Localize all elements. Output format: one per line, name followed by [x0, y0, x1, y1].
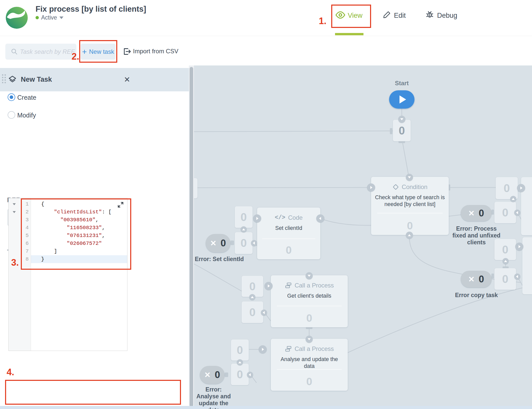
annotation-label-1: 1.: [319, 16, 326, 26]
task-count: 0: [257, 244, 320, 256]
task-count: 0: [271, 376, 348, 388]
tab-edit[interactable]: Edit: [394, 12, 406, 20]
error-label: Error: Process fixed and unfixed clients: [451, 225, 502, 246]
connector-right-icon: [259, 345, 267, 353]
connector-down-icon: [306, 272, 313, 279]
error-label: Error copy task: [451, 292, 502, 299]
call-process-icon: [285, 345, 292, 352]
page-title: Fix process [by list of clients]: [36, 5, 146, 14]
partial-node: [522, 237, 532, 294]
pencil-icon: [383, 11, 391, 20]
status-label: Active: [41, 14, 57, 21]
radio-create[interactable]: [8, 93, 15, 101]
annotation-box-4: [5, 380, 181, 405]
node-type: Condition: [371, 183, 449, 191]
diamond-icon: [392, 184, 399, 190]
queue-node[interactable]: 0: [393, 120, 411, 141]
call-process-node[interactable]: Call a Process Get client's details 0: [271, 275, 348, 327]
process-status-dropdown[interactable]: Active: [36, 14, 63, 21]
error-node[interactable]: 0: [206, 234, 230, 252]
queue-node[interactable]: 0: [242, 301, 263, 323]
call-process-icon: [285, 282, 292, 289]
code-node[interactable]: </> Code Set clientId 0: [257, 208, 320, 259]
start-label: Start: [389, 80, 414, 87]
panel-scrollbar[interactable]: [189, 65, 194, 409]
error-node[interactable]: 0: [461, 205, 492, 221]
queue-node[interactable]: 0: [494, 268, 516, 290]
radio-create-label: Create: [17, 94, 36, 101]
connector-up-icon: [237, 359, 243, 365]
start-node[interactable]: [389, 90, 414, 109]
connector-up-icon: [503, 258, 509, 264]
fold-arrow-icon[interactable]: [13, 211, 16, 213]
status-dot-icon: [36, 16, 39, 19]
connector-left-icon: [261, 310, 267, 316]
x-icon: [468, 209, 475, 218]
x-icon: [468, 275, 475, 284]
task-search: [5, 44, 76, 60]
radio-modify[interactable]: [8, 111, 15, 119]
error-label: Error: Analyse and update the data: [194, 386, 233, 409]
connector-up-icon: [241, 226, 247, 232]
partial-node: [194, 178, 197, 198]
tab-debug[interactable]: Debug: [437, 12, 457, 20]
connector-down-icon: [306, 336, 313, 343]
code-icon: </>: [275, 214, 285, 221]
annotation-label-4: 4.: [7, 367, 14, 378]
call-process-node[interactable]: Call a Process Analyse and update the da…: [271, 339, 348, 391]
connector-right-icon: [515, 243, 523, 251]
import-from-csv-button[interactable]: Import from CSV: [133, 48, 178, 55]
close-icon[interactable]: ✕: [124, 75, 130, 84]
app-logo-icon[interactable]: [5, 6, 28, 30]
node-type: </> Code: [257, 214, 320, 221]
queue-node[interactable]: 0: [235, 206, 253, 228]
connector-up-icon: [510, 196, 516, 202]
node-title: Check what type of search is needed [by …: [375, 194, 445, 208]
error-node[interactable]: 0: [200, 366, 225, 384]
task-count: 0: [371, 220, 449, 232]
radio-modify-label: Modify: [17, 112, 36, 119]
node-type: Call a Process: [271, 345, 348, 352]
error-node[interactable]: 0: [461, 271, 492, 287]
panel-header: New Task ✕: [0, 68, 189, 91]
queue-node[interactable]: 0: [231, 339, 249, 361]
app-header: Fix process [by list of clients] Active …: [0, 0, 532, 36]
process-canvas[interactable]: Start 0 Condition Check what type of sea…: [194, 65, 532, 409]
connector-left-icon: [514, 274, 520, 280]
connector-right-icon: [517, 184, 525, 192]
queue-node[interactable]: 0: [496, 177, 518, 199]
chevron-down-icon: [59, 16, 63, 19]
connector-down-icon: [406, 174, 413, 181]
queue-node[interactable]: 0: [235, 232, 253, 254]
queue-node[interactable]: 0: [494, 239, 516, 260]
bug-icon: [425, 10, 434, 20]
connector-up-icon: [249, 294, 255, 300]
x-icon: [210, 239, 217, 248]
queue-node[interactable]: 0: [242, 276, 263, 297]
node-title: Get client's details: [275, 293, 344, 299]
connector-down-icon: [398, 116, 405, 123]
annotation-label-2: 2.: [72, 51, 79, 62]
connector-right-icon: [264, 282, 273, 290]
connector-left-icon: [514, 210, 520, 216]
active-tab-underline: [335, 33, 363, 35]
search-input[interactable]: [5, 44, 76, 60]
app-window: Fix process [by list of clients] Active …: [0, 0, 532, 409]
panel-title: New Task: [21, 76, 52, 83]
connector-up-icon: [406, 232, 413, 239]
queue-node[interactable]: 0: [231, 364, 249, 385]
annotation-box-3: [21, 198, 131, 270]
node-type: Call a Process: [271, 282, 348, 289]
play-icon: [400, 95, 406, 104]
drag-handle-icon[interactable]: [2, 74, 6, 83]
annotation-label-3: 3.: [11, 257, 19, 268]
connector-right-icon: [367, 183, 375, 192]
import-icon: [123, 47, 131, 57]
connector-left-icon: [251, 240, 257, 246]
connector-right-icon: [253, 214, 261, 223]
fold-arrow-icon[interactable]: [13, 203, 16, 205]
node-title: Analyse and update the data: [275, 356, 344, 370]
condition-node[interactable]: Condition Check what type of search is n…: [371, 177, 449, 235]
queue-node[interactable]: 0: [494, 202, 516, 223]
task-layers-icon: [8, 75, 17, 85]
